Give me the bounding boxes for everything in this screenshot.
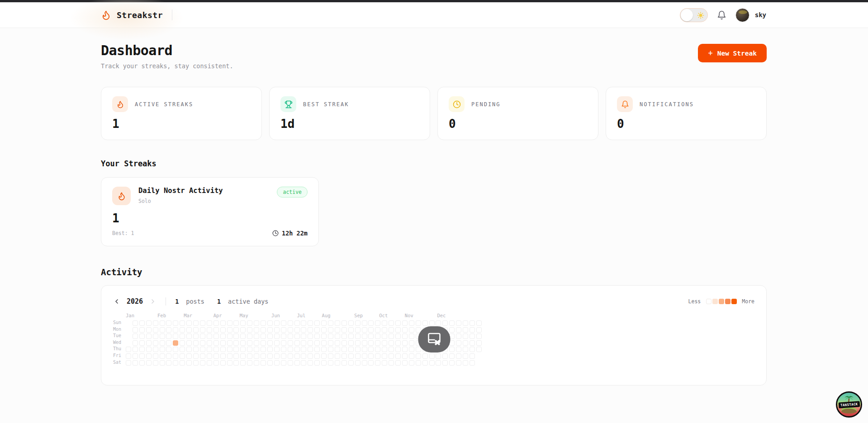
heatmap-cell[interactable] bbox=[220, 353, 226, 359]
heatmap-cell[interactable] bbox=[375, 347, 380, 352]
heatmap-cell[interactable] bbox=[133, 360, 138, 366]
heatmap-cell[interactable] bbox=[389, 327, 394, 333]
heatmap-cell[interactable] bbox=[402, 327, 408, 333]
heatmap-cell[interactable] bbox=[294, 320, 300, 326]
heatmap-cell[interactable] bbox=[321, 327, 327, 333]
heatmap-cell[interactable] bbox=[153, 347, 158, 352]
heatmap-cell[interactable] bbox=[281, 353, 286, 359]
heatmap-cell[interactable] bbox=[409, 353, 414, 359]
heatmap-cell[interactable] bbox=[133, 327, 138, 333]
heatmap-cell[interactable] bbox=[207, 320, 212, 326]
heatmap-cell[interactable] bbox=[213, 320, 219, 326]
heatmap-cell[interactable] bbox=[281, 347, 286, 352]
heatmap-cell[interactable] bbox=[146, 327, 152, 333]
heatmap-cell[interactable] bbox=[362, 320, 367, 326]
heatmap-cell[interactable] bbox=[247, 340, 252, 346]
heatmap-cell[interactable] bbox=[402, 320, 408, 326]
heatmap-cell[interactable] bbox=[200, 327, 205, 333]
heatmap-cell[interactable] bbox=[186, 327, 192, 333]
heatmap-cell[interactable] bbox=[395, 334, 401, 339]
heatmap-cell[interactable] bbox=[321, 340, 327, 346]
heatmap-cell[interactable] bbox=[348, 320, 354, 326]
heatmap-cell[interactable] bbox=[368, 360, 374, 366]
heatmap-cell[interactable] bbox=[153, 353, 158, 359]
heatmap-cell[interactable] bbox=[463, 353, 468, 359]
heatmap-cell[interactable] bbox=[180, 340, 185, 346]
heatmap-cell[interactable] bbox=[375, 327, 380, 333]
heatmap-cell[interactable] bbox=[449, 353, 455, 359]
heatmap-cell[interactable] bbox=[288, 347, 293, 352]
heatmap-cell[interactable] bbox=[247, 334, 252, 339]
heatmap-cell[interactable] bbox=[402, 340, 408, 346]
heatmap-cell[interactable] bbox=[160, 327, 165, 333]
heatmap-cell[interactable] bbox=[463, 334, 468, 339]
heatmap-cell[interactable] bbox=[180, 334, 185, 339]
heatmap-cell[interactable] bbox=[416, 360, 421, 366]
heatmap-cell[interactable] bbox=[166, 360, 171, 366]
heatmap-cell[interactable] bbox=[133, 340, 138, 346]
heatmap-cell[interactable] bbox=[389, 334, 394, 339]
heatmap-cell[interactable] bbox=[166, 347, 171, 352]
heatmap-cell[interactable] bbox=[335, 320, 340, 326]
heatmap-cell[interactable] bbox=[321, 360, 327, 366]
tanstack-devtools-badge[interactable]: TANSTACK bbox=[836, 391, 862, 418]
heatmap-cell[interactable] bbox=[166, 340, 171, 346]
heatmap-cell[interactable] bbox=[314, 347, 320, 352]
heatmap-cell[interactable] bbox=[186, 347, 192, 352]
heatmap-cell[interactable] bbox=[261, 347, 266, 352]
heatmap-cell[interactable] bbox=[402, 353, 408, 359]
heatmap-cell[interactable] bbox=[308, 347, 313, 352]
heatmap-cell[interactable] bbox=[308, 353, 313, 359]
heatmap-cell[interactable] bbox=[321, 334, 327, 339]
heatmap-cell[interactable] bbox=[294, 327, 300, 333]
heatmap-cell[interactable] bbox=[321, 353, 327, 359]
heatmap-cell[interactable] bbox=[456, 327, 461, 333]
heatmap-cell[interactable] bbox=[153, 320, 158, 326]
heatmap-cell[interactable] bbox=[288, 340, 293, 346]
heatmap-cell[interactable] bbox=[227, 340, 232, 346]
heatmap-cell[interactable] bbox=[382, 360, 387, 366]
heatmap-cell[interactable] bbox=[247, 347, 252, 352]
heatmap-cell[interactable] bbox=[436, 320, 441, 326]
heatmap-cell[interactable] bbox=[173, 353, 178, 359]
heatmap-cell[interactable] bbox=[476, 340, 482, 346]
heatmap-cell[interactable] bbox=[126, 353, 131, 359]
heatmap-cell[interactable] bbox=[247, 320, 252, 326]
heatmap-cell[interactable] bbox=[200, 347, 205, 352]
heatmap-cell[interactable] bbox=[463, 320, 468, 326]
heatmap-cell[interactable] bbox=[240, 334, 246, 339]
heatmap-cell[interactable] bbox=[301, 360, 306, 366]
heatmap-cell[interactable] bbox=[288, 353, 293, 359]
heatmap-cell[interactable] bbox=[308, 340, 313, 346]
heatmap-cell[interactable] bbox=[180, 347, 185, 352]
notifications-bell-icon[interactable] bbox=[717, 10, 726, 20]
heatmap-cell[interactable] bbox=[233, 347, 239, 352]
heatmap-cell[interactable] bbox=[213, 347, 219, 352]
heatmap-cell[interactable] bbox=[375, 320, 380, 326]
heatmap-cell[interactable] bbox=[139, 353, 145, 359]
heatmap-cell[interactable] bbox=[193, 340, 199, 346]
heatmap-cell[interactable] bbox=[247, 327, 252, 333]
heatmap-cell[interactable] bbox=[274, 334, 280, 339]
heatmap-cell[interactable] bbox=[476, 334, 482, 339]
heatmap-cell[interactable] bbox=[288, 360, 293, 366]
streak-card[interactable]: Daily Nostr Activity Solo active 1 Best:… bbox=[101, 177, 319, 246]
heatmap-cell[interactable] bbox=[422, 353, 428, 359]
heatmap-cell[interactable] bbox=[436, 353, 441, 359]
heatmap-cell[interactable] bbox=[416, 320, 421, 326]
heatmap-cell[interactable] bbox=[402, 334, 408, 339]
heatmap-cell[interactable] bbox=[233, 320, 239, 326]
heatmap-cell[interactable] bbox=[294, 334, 300, 339]
heatmap-cell[interactable] bbox=[470, 360, 475, 366]
heatmap-cell[interactable] bbox=[382, 353, 387, 359]
heatmap-cell[interactable] bbox=[416, 353, 421, 359]
heatmap-cell[interactable] bbox=[146, 353, 152, 359]
heatmap-cell[interactable] bbox=[348, 353, 354, 359]
heatmap-cell[interactable] bbox=[186, 334, 192, 339]
heatmap-cell[interactable] bbox=[456, 320, 461, 326]
heatmap-cell[interactable] bbox=[328, 347, 333, 352]
heatmap-cell[interactable] bbox=[335, 334, 340, 339]
heatmap-cell[interactable] bbox=[409, 334, 414, 339]
heatmap-cell[interactable] bbox=[368, 340, 374, 346]
heatmap-cell[interactable] bbox=[213, 360, 219, 366]
